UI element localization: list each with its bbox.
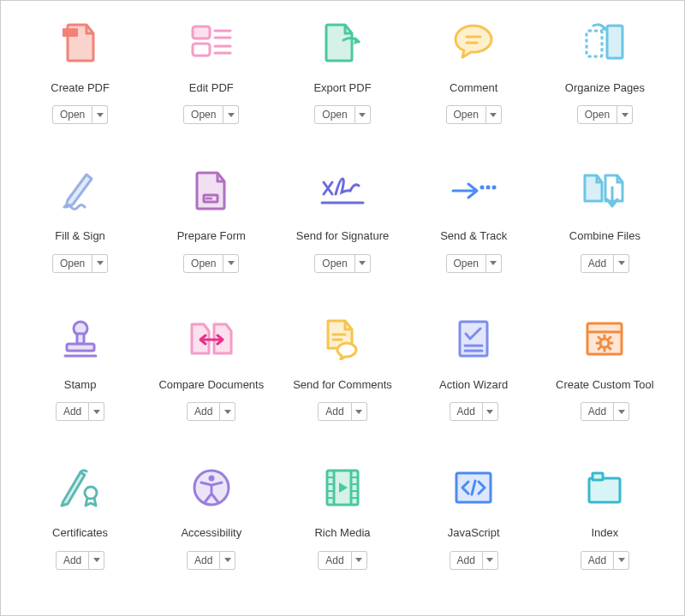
svg-point-15	[480, 185, 485, 189]
svg-rect-1	[193, 27, 210, 38]
dropdown-caret-icon[interactable]	[89, 402, 104, 421]
add-button[interactable]: Add	[187, 551, 220, 570]
tool-label: Send for Signature	[296, 223, 389, 251]
tool-prepare-form[interactable]: Prepare Form Open	[146, 157, 277, 305]
javascript-icon	[450, 464, 497, 512]
dropdown-caret-icon[interactable]	[614, 254, 629, 273]
dropdown-caret-icon[interactable]	[355, 105, 371, 124]
dropdown-caret-icon[interactable]	[352, 551, 367, 570]
svg-rect-9	[607, 26, 622, 58]
dropdown-caret-icon[interactable]	[614, 402, 629, 421]
open-button[interactable]: Open	[183, 105, 223, 124]
open-button[interactable]: Open	[52, 105, 92, 124]
index-icon	[581, 464, 628, 512]
dropdown-caret-icon[interactable]	[92, 254, 108, 273]
tool-label: Comment	[450, 74, 497, 102]
tool-edit-pdf[interactable]: Edit PDF Open	[146, 8, 277, 157]
add-button[interactable]: Add	[450, 551, 483, 570]
send-track-icon	[450, 167, 497, 215]
tool-combine-files[interactable]: Combine Files Add	[539, 157, 670, 305]
svg-line-37	[609, 347, 611, 349]
comment-icon	[450, 18, 497, 66]
open-button[interactable]: Open	[52, 254, 92, 273]
edit-pdf-icon	[188, 18, 235, 66]
dropdown-caret-icon[interactable]	[483, 402, 498, 421]
tool-index[interactable]: Index Add	[539, 453, 670, 602]
export-pdf-icon	[319, 18, 366, 66]
add-button[interactable]: Add	[318, 402, 351, 421]
dropdown-caret-icon[interactable]	[486, 254, 502, 273]
combine-files-icon	[581, 167, 628, 215]
tool-label: Prepare Form	[177, 223, 246, 251]
dropdown-caret-icon[interactable]	[617, 105, 633, 124]
tool-create-pdf[interactable]: Create PDF Open	[15, 8, 146, 157]
tool-custom-tool[interactable]: Create Custom Tool Add	[539, 305, 670, 453]
stamp-icon	[57, 315, 104, 363]
dropdown-caret-icon[interactable]	[352, 402, 367, 421]
tool-label: Organize Pages	[565, 74, 645, 102]
svg-rect-20	[77, 334, 84, 344]
svg-point-40	[85, 487, 97, 499]
svg-rect-10	[587, 31, 602, 56]
tool-label: Index	[591, 520, 618, 548]
dropdown-caret-icon[interactable]	[486, 105, 502, 124]
svg-line-39	[609, 337, 611, 339]
tool-rich-media[interactable]: Rich Media Add	[277, 453, 408, 602]
custom-tool-icon	[581, 315, 628, 363]
tool-compare-documents[interactable]: Compare Documents Add	[146, 305, 277, 453]
tool-send-comments[interactable]: Send for Comments Add	[277, 305, 408, 453]
dropdown-caret-icon[interactable]	[223, 105, 239, 124]
tool-export-pdf[interactable]: Export PDF Open	[277, 8, 408, 157]
rich-media-icon	[319, 464, 366, 512]
organize-pages-icon	[581, 18, 628, 66]
add-button[interactable]: Add	[581, 551, 614, 570]
dropdown-caret-icon[interactable]	[220, 551, 235, 570]
tool-label: Certificates	[52, 520, 108, 548]
dropdown-caret-icon[interactable]	[223, 254, 239, 273]
dropdown-caret-icon[interactable]	[92, 105, 108, 124]
dropdown-caret-icon[interactable]	[483, 551, 498, 570]
dropdown-caret-icon[interactable]	[614, 551, 629, 570]
open-button[interactable]: Open	[577, 105, 617, 124]
add-button[interactable]: Add	[56, 551, 89, 570]
add-button[interactable]: Add	[318, 551, 351, 570]
open-button[interactable]: Open	[314, 254, 354, 273]
add-button[interactable]: Add	[56, 402, 89, 421]
tool-action-wizard[interactable]: Action Wizard Add	[408, 305, 539, 453]
tool-certificates[interactable]: Certificates Add	[15, 453, 146, 602]
tool-label: Compare Documents	[158, 371, 264, 399]
open-button[interactable]: Open	[183, 254, 223, 273]
add-button[interactable]: Add	[450, 402, 483, 421]
tool-javascript[interactable]: JavaScript Add	[408, 453, 539, 602]
tool-send-signature[interactable]: Send for Signature Open	[277, 157, 408, 305]
create-pdf-icon	[57, 18, 104, 66]
tools-grid: Create PDF Open Edit PDF Open	[1, 1, 684, 615]
prepare-form-icon	[188, 167, 235, 215]
fill-sign-icon	[57, 167, 104, 215]
certificates-icon	[57, 464, 104, 512]
dropdown-caret-icon[interactable]	[220, 402, 235, 421]
add-button[interactable]: Add	[581, 254, 614, 273]
tool-label: Create PDF	[51, 74, 110, 102]
tool-comment[interactable]: Comment Open	[408, 8, 539, 157]
tool-label: Accessibility	[181, 520, 241, 548]
dropdown-caret-icon[interactable]	[355, 254, 371, 273]
add-button[interactable]: Add	[581, 402, 614, 421]
open-button[interactable]: Open	[446, 254, 486, 273]
accessibility-icon	[188, 464, 235, 512]
open-button[interactable]: Open	[314, 105, 354, 124]
dropdown-caret-icon[interactable]	[89, 551, 104, 570]
open-button[interactable]: Open	[446, 105, 486, 124]
tool-fill-sign[interactable]: Fill & Sign Open	[15, 157, 146, 305]
compare-documents-icon	[188, 315, 235, 363]
tool-label: Rich Media	[314, 520, 370, 548]
svg-rect-21	[67, 344, 94, 351]
tool-stamp[interactable]: Stamp Add	[15, 305, 146, 453]
tool-send-track[interactable]: Send & Track Open	[408, 157, 539, 305]
tool-organize-pages[interactable]: Organize Pages Open	[539, 8, 670, 157]
add-button[interactable]: Add	[187, 402, 220, 421]
svg-rect-2	[193, 44, 210, 56]
tool-label: JavaScript	[448, 520, 500, 548]
svg-point-42	[208, 475, 214, 481]
tool-accessibility[interactable]: Accessibility Add	[146, 453, 277, 602]
